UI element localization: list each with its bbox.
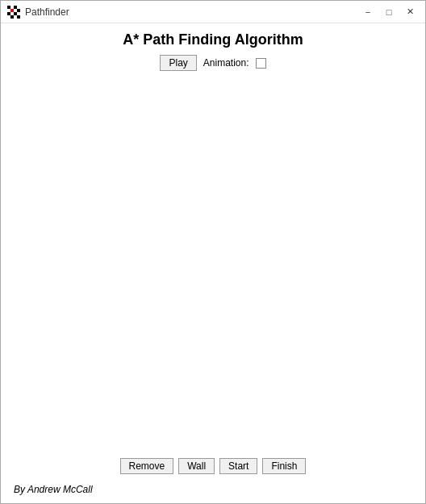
controls-row: Play Animation:	[160, 55, 265, 71]
bottom-bar: Remove Wall Start Finish	[1, 450, 425, 481]
maximize-button[interactable]: □	[380, 5, 398, 19]
svg-rect-4	[7, 9, 10, 12]
svg-rect-2	[14, 6, 17, 9]
window-controls: − □ ✕	[359, 5, 419, 19]
author-label: By Andrew McCall	[7, 481, 99, 498]
bottom-section: Remove Wall Start Finish By Andrew McCal…	[1, 450, 425, 503]
svg-rect-0	[7, 6, 10, 9]
svg-rect-3	[17, 6, 20, 9]
minimize-button[interactable]: −	[359, 5, 377, 19]
finish-button[interactable]: Finish	[262, 458, 306, 474]
svg-rect-5	[10, 9, 14, 12]
animation-label: Animation:	[203, 57, 249, 69]
title-bar-label: Pathfinder	[25, 6, 359, 18]
svg-rect-15	[17, 15, 20, 19]
svg-rect-12	[7, 15, 10, 19]
grid-area	[1, 77, 425, 450]
main-window: Pathfinder − □ ✕ A* Path Finding Algorit…	[0, 0, 426, 504]
app-title: A* Path Finding Algorithm	[123, 31, 303, 48]
svg-rect-14	[14, 15, 17, 19]
svg-rect-13	[10, 15, 14, 19]
svg-rect-6	[14, 9, 17, 12]
svg-rect-1	[10, 6, 14, 9]
play-button[interactable]: Play	[160, 55, 196, 71]
footer-row: By Andrew McCall	[1, 481, 425, 503]
title-bar: Pathfinder − □ ✕	[1, 1, 425, 23]
svg-rect-10	[14, 12, 17, 15]
svg-rect-8	[7, 12, 10, 15]
animation-checkbox[interactable]	[256, 58, 266, 69]
app-icon	[7, 6, 20, 19]
wall-button[interactable]: Wall	[178, 458, 215, 474]
content-area: A* Path Finding Algorithm Play Animation…	[1, 23, 425, 450]
svg-rect-7	[17, 9, 20, 12]
start-button[interactable]: Start	[219, 458, 257, 474]
svg-rect-11	[17, 12, 20, 15]
svg-rect-9	[10, 12, 14, 15]
remove-button[interactable]: Remove	[120, 458, 174, 474]
close-button[interactable]: ✕	[401, 5, 419, 19]
